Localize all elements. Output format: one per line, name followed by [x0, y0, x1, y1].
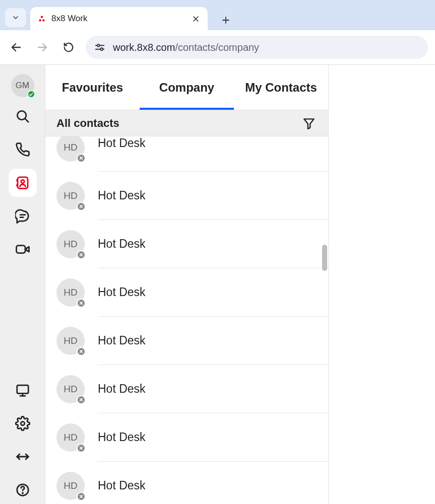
user-avatar[interactable]: GM	[11, 74, 34, 97]
url-text: work.8x8.com/contacts/company	[113, 42, 259, 53]
tab-favourites[interactable]: Favourites	[45, 81, 140, 95]
contacts-list[interactable]: HDHot DeskHDHot DeskHDHot DeskHDHot Desk…	[45, 136, 328, 504]
svg-point-12	[100, 48, 103, 50]
filter-icon	[302, 117, 316, 130]
contact-row[interactable]: HDHot Desk	[45, 172, 328, 220]
contact-body: Hot Desk	[98, 268, 328, 317]
contact-body: Hot Desk	[98, 172, 328, 220]
active-tab-indicator	[140, 108, 234, 110]
search-icon	[15, 109, 30, 124]
sidebar-item-search[interactable]	[9, 102, 37, 130]
list-header-title: All contacts	[56, 117, 119, 130]
contact-avatar: HD	[56, 230, 85, 258]
tab-favicon-8x8-icon	[37, 14, 46, 23]
sidebar-item-contacts[interactable]	[9, 169, 37, 197]
contact-row[interactable]: HDHot Desk	[45, 317, 328, 365]
contact-avatar: HD	[56, 423, 85, 452]
help-icon	[15, 482, 30, 497]
svg-point-26	[21, 421, 25, 425]
svg-point-0	[41, 16, 43, 18]
sidebar-item-help[interactable]	[9, 476, 37, 504]
sidebar-item-desktop[interactable]	[9, 376, 37, 404]
contact-row[interactable]: HDHot Desk	[45, 413, 328, 462]
presence-available-icon	[27, 90, 35, 98]
contact-body: Hot Desk	[98, 365, 328, 413]
presence-offline-icon	[77, 492, 86, 501]
presence-offline-icon	[77, 299, 86, 308]
svg-marker-30	[304, 119, 314, 129]
site-settings-icon[interactable]	[94, 41, 106, 53]
contact-body: Hot Desk	[98, 462, 328, 504]
contact-body: Hot Desk	[98, 317, 328, 365]
back-button[interactable]	[7, 38, 25, 56]
contact-name: Hot Desk	[98, 334, 146, 347]
contact-avatar: HD	[56, 327, 85, 355]
tab-strip: 8x8 Work	[0, 0, 435, 30]
presence-offline-icon	[77, 347, 86, 356]
sidebar-item-meetings[interactable]	[9, 235, 37, 263]
contact-row[interactable]: HDHot Desk	[45, 220, 328, 268]
chat-icon	[15, 208, 30, 224]
sidebar-item-settings[interactable]	[9, 409, 37, 438]
close-icon	[192, 15, 200, 23]
sidebar: GM	[0, 65, 45, 504]
video-icon	[15, 242, 30, 257]
phone-icon	[15, 142, 30, 157]
address-bar[interactable]: work.8x8.com/contacts/company	[86, 36, 428, 59]
reload-button[interactable]	[59, 38, 78, 56]
app-root: GM	[0, 65, 435, 504]
contact-name: Hot Desk	[98, 189, 146, 202]
tab-company[interactable]: Company	[140, 81, 234, 95]
contact-row[interactable]: HDHot Desk	[45, 365, 328, 413]
chevron-down-icon	[12, 14, 20, 22]
contact-name: Hot Desk	[98, 285, 146, 299]
contact-row[interactable]: HDHot Desk	[45, 136, 328, 172]
contact-name: Hot Desk	[98, 136, 146, 150]
new-tab-button[interactable]	[217, 11, 235, 29]
arrow-left-icon	[10, 41, 22, 53]
arrow-right-icon	[36, 41, 48, 53]
forward-button	[33, 38, 51, 56]
url-host: work.8x8.com	[113, 42, 175, 53]
presence-offline-icon	[77, 202, 86, 211]
url-path: /contacts/company	[175, 42, 259, 53]
tab-my-contacts[interactable]: My Contacts	[234, 81, 328, 95]
contact-body: Hot Desk	[98, 413, 328, 462]
filter-button[interactable]	[301, 115, 317, 131]
contact-detail-empty	[329, 65, 435, 504]
contact-row[interactable]: HDHot Desk	[45, 268, 328, 317]
browser-chrome: 8x8 Work work.8x8.com/contacts/company	[0, 0, 435, 65]
contact-avatar: HD	[56, 375, 85, 403]
presence-offline-icon	[77, 250, 86, 259]
plus-icon	[221, 16, 230, 25]
contacts-tabs: Favourites Company My Contacts	[45, 65, 328, 110]
presence-offline-icon	[77, 444, 86, 453]
monitor-icon	[15, 383, 30, 398]
sidebar-item-messages[interactable]	[9, 202, 37, 230]
svg-point-1	[39, 19, 41, 21]
contact-avatar: HD	[56, 278, 85, 307]
tab-close-button[interactable]	[191, 14, 201, 24]
tab-title: 8x8 Work	[51, 14, 185, 24]
contact-name: Hot Desk	[98, 430, 146, 444]
svg-point-10	[97, 44, 100, 47]
presence-offline-icon	[77, 154, 86, 163]
tab-search-dropdown[interactable]	[5, 8, 26, 27]
contact-body: Hot Desk	[98, 136, 328, 172]
svg-rect-21	[16, 246, 25, 253]
contacts-panel: Favourites Company My Contacts All conta…	[45, 65, 329, 504]
browser-tab-active[interactable]: 8x8 Work	[30, 7, 208, 30]
sidebar-item-transfer[interactable]	[9, 443, 37, 471]
svg-point-2	[42, 19, 44, 21]
presence-offline-icon	[77, 395, 86, 404]
contact-name: Hot Desk	[98, 237, 146, 251]
contact-body: Hot Desk	[98, 220, 328, 268]
contact-name: Hot Desk	[98, 479, 146, 492]
scrollbar-thumb[interactable]	[322, 245, 327, 271]
contact-row[interactable]: HDHot Desk	[45, 462, 328, 504]
sidebar-item-calls[interactable]	[9, 135, 37, 164]
browser-toolbar: work.8x8.com/contacts/company	[0, 30, 435, 65]
contact-avatar: HD	[56, 182, 85, 210]
svg-point-16	[21, 180, 24, 183]
contact-avatar: HD	[56, 472, 85, 500]
